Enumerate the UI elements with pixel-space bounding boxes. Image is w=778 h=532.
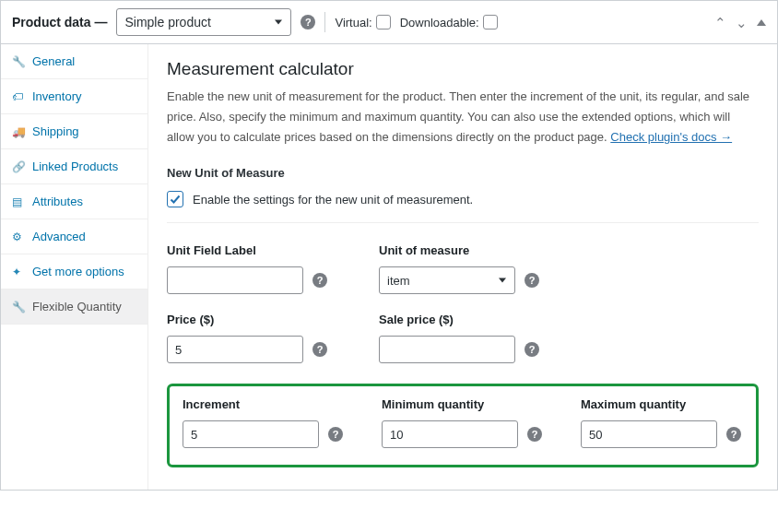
truck-icon: 🚚 — [12, 125, 25, 138]
product-type-select[interactable]: Simple product — [116, 8, 291, 36]
help-icon[interactable]: ? — [301, 15, 315, 30]
sidebar: 🔧 General 🏷 Inventory 🚚 Shipping 🔗 Linke… — [1, 44, 148, 490]
help-icon[interactable]: ? — [726, 427, 741, 442]
help-icon[interactable]: ? — [525, 342, 539, 357]
unit-field-label-input[interactable] — [167, 266, 303, 294]
sidebar-item-shipping[interactable]: 🚚 Shipping — [1, 114, 147, 149]
downloadable-checkbox-label[interactable]: Downloadable: — [400, 15, 498, 30]
downloadable-checkbox[interactable] — [483, 15, 498, 30]
sidebar-item-label: Get more options — [32, 265, 124, 278]
unit-field-label-label: Unit Field Label — [167, 243, 335, 257]
min-qty-input[interactable] — [382, 420, 518, 448]
sidebar-item-label: General — [32, 54, 75, 68]
help-icon[interactable]: ? — [312, 273, 327, 288]
virtual-checkbox[interactable] — [376, 15, 391, 30]
panel-title: Product data — — [12, 15, 107, 30]
price-input[interactable] — [167, 336, 303, 363]
move-up-icon[interactable]: ⌃ — [714, 16, 726, 30]
list-icon: ▤ — [12, 195, 25, 208]
move-down-icon[interactable]: ⌄ — [736, 16, 748, 30]
sale-price-input[interactable] — [379, 336, 515, 363]
increment-label: Increment — [183, 397, 345, 411]
max-qty-label: Maximum quantity — [581, 397, 743, 411]
sidebar-item-label: Linked Products — [32, 160, 118, 173]
content: Measurement calculator Enable the new un… — [148, 44, 777, 490]
unit-of-measure-label: Unit of measure — [379, 243, 547, 257]
sidebar-item-label: Inventory — [32, 89, 81, 103]
content-heading: Measurement calculator — [167, 59, 759, 79]
docs-link[interactable]: Check plugin's docs → — [610, 130, 732, 144]
unit-of-measure-select[interactable]: item — [379, 266, 515, 294]
increment-input[interactable] — [183, 420, 319, 448]
sidebar-item-label: Advanced — [32, 230, 86, 243]
max-qty-input[interactable] — [581, 420, 717, 448]
new-unit-heading: New Unit of Measure — [167, 166, 759, 180]
sidebar-item-get-more-options[interactable]: ✦ Get more options — [1, 254, 147, 290]
sidebar-item-general[interactable]: 🔧 General — [1, 44, 147, 79]
panel-header: Product data — Simple product ? Virtual:… — [1, 0, 777, 44]
highlight-box: Increment ? Minimum quantity ? — [167, 384, 759, 467]
sidebar-item-flexible-quantity[interactable]: 🔧 Flexible Quantity — [1, 290, 147, 325]
help-icon[interactable]: ? — [527, 427, 542, 442]
sidebar-item-linked-products[interactable]: 🔗 Linked Products — [1, 149, 147, 184]
tag-icon: 🏷 — [12, 90, 25, 103]
help-icon[interactable]: ? — [525, 273, 539, 288]
enable-checkbox[interactable] — [167, 191, 183, 207]
enable-label: Enable the settings for the new unit of … — [193, 193, 473, 207]
sidebar-item-inventory[interactable]: 🏷 Inventory — [1, 79, 147, 114]
collapse-icon[interactable] — [757, 19, 766, 26]
sidebar-item-attributes[interactable]: ▤ Attributes — [1, 184, 147, 219]
sidebar-item-label: Attributes — [32, 195, 83, 208]
sidebar-item-label: Shipping — [32, 124, 79, 138]
spark-icon: ✦ — [12, 266, 25, 278]
help-icon[interactable]: ? — [328, 427, 343, 442]
divider — [324, 12, 325, 32]
virtual-label-text: Virtual: — [335, 16, 371, 30]
wrench-icon: 🔧 — [12, 55, 25, 68]
content-description: Enable the new unit of measurement for t… — [167, 87, 759, 148]
min-qty-label: Minimum quantity — [382, 397, 544, 411]
gear-icon: ⚙ — [12, 231, 25, 243]
sale-price-label: Sale price ($) — [379, 313, 547, 326]
help-icon[interactable]: ? — [312, 342, 327, 357]
price-label: Price ($) — [167, 313, 335, 326]
sidebar-item-label: Flexible Quantity — [32, 300, 122, 313]
wrench-icon: 🔧 — [12, 301, 25, 313]
downloadable-label-text: Downloadable: — [400, 16, 479, 30]
virtual-checkbox-label[interactable]: Virtual: — [335, 15, 390, 30]
link-icon: 🔗 — [12, 160, 25, 173]
sidebar-item-advanced[interactable]: ⚙ Advanced — [1, 219, 147, 254]
